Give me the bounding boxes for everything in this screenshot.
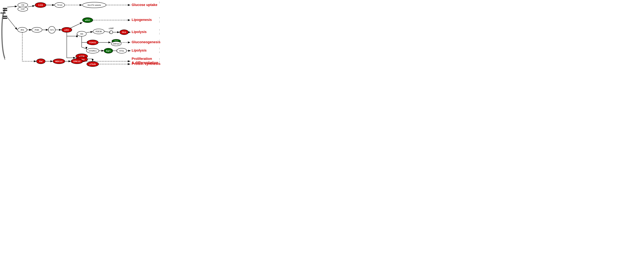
svg-text:FOXO1: FOXO1: [89, 41, 96, 44]
svg-text:Cbl: Cbl: [21, 4, 24, 6]
lipolysis1-label: Lipolysis: [132, 30, 146, 34]
INSR-label: INSR: [0, 12, 6, 14]
svg-text:p70s6k: p70s6k: [90, 63, 96, 65]
arrow-irs-raf: [22, 32, 36, 61]
svg-text:MEK1/2: MEK1/2: [55, 60, 63, 62]
arrow-akt-mtorc1: [82, 36, 86, 50]
cbl-cap-node: Cbl CAP: [18, 3, 28, 11]
mek12-node: MEK1/2: [53, 59, 65, 64]
glucose-arrow-icon: ↑: [159, 1, 160, 4]
raf-node: Raf: [36, 59, 45, 64]
svg-text:PI3K: PI3K: [35, 29, 39, 31]
foxo1-node: FOXO1: [87, 40, 98, 45]
svg-text:aPKC: aPKC: [85, 19, 90, 21]
camp-label: cAMP: [109, 27, 114, 30]
svg-rect-4: [3, 16, 7, 17]
apkc-node: aPKC: [82, 18, 93, 22]
lipogenesis-arrow-icon: ↑: [159, 16, 160, 20]
pka-node: PKA: [120, 30, 128, 35]
erk12-node: ERK1/2: [71, 59, 83, 64]
gluconeogenesis-arrow-icon: ↓: [159, 38, 160, 42]
pip3-node: PIP3: [48, 26, 55, 33]
pathway-diagram: INSR Cbl CAP CrKII TC10 GLUT4 vesicle IR…: [0, 0, 161, 68]
gluconeogenesis-label: Gluconeogenesis: [132, 40, 160, 44]
lipolysis2-label: Lipolysis: [132, 48, 146, 52]
tc10-node: TC10: [55, 2, 65, 8]
svg-text:ERK1/2: ERK1/2: [73, 60, 80, 62]
svg-text:Egr1: Egr1: [106, 50, 111, 52]
arrow-insr-cbl: [7, 6, 17, 7]
svg-text:G6Pase: G6Pase: [113, 43, 120, 45]
svg-text:IRS: IRS: [20, 29, 24, 31]
arrow-pdk1-akt: [67, 32, 77, 36]
akt-node: Akt: [77, 31, 86, 36]
glucose-uptake-label: Glucose uptake: [132, 3, 158, 7]
lipogenesis-label: Lipogenesis: [132, 18, 152, 22]
arrow-pdk1-apkc: [70, 22, 82, 28]
arrow-pde3b-camp: [104, 32, 110, 32]
camp-circle: [110, 31, 113, 34]
lipolysis2-arrow2-icon: ↓: [159, 50, 160, 54]
svg-text:Raf: Raf: [39, 60, 43, 62]
svg-text:PEPCK: PEPCK: [114, 40, 118, 41]
crkii-node: CrKII: [35, 2, 46, 8]
irs-node: IRS: [18, 27, 27, 32]
atgl-node: ATGL: [117, 48, 127, 53]
mtorc1-node: mTORC1: [86, 48, 99, 53]
egr1-node: Egr1: [104, 48, 113, 53]
svg-rect-3: [3, 10, 7, 11]
svg-text:CrKII: CrKII: [38, 4, 43, 6]
svg-text:TC10: TC10: [57, 4, 62, 6]
svg-text:GLUT4 vesicle: GLUT4 vesicle: [88, 4, 101, 6]
svg-text:pdk1: pdk1: [64, 29, 69, 31]
pde3b-node: PDE3B: [93, 29, 104, 34]
p70s6k-node: p70s6k: [87, 62, 99, 66]
arrow-akt-pde3b: [86, 32, 93, 32]
pi3k-node: PI3K: [32, 27, 42, 32]
g6pase-node: G6Pase: [111, 42, 121, 46]
svg-text:PDE3B: PDE3B: [96, 30, 102, 33]
glut4-node: GLUT4 vesicle: [82, 2, 106, 8]
proliferation-label2: & differentiation: [132, 61, 158, 64]
arrow-insr-irs: [7, 17, 17, 30]
arrow-cbl-crkii: [28, 6, 35, 7]
lipolysis1-arrow2-icon: ↓: [159, 32, 160, 35]
svg-rect-5: [3, 18, 7, 19]
svg-text:PIP3: PIP3: [50, 29, 54, 31]
svg-text:PKA: PKA: [122, 31, 126, 34]
INSR-node: INSR: [0, 8, 7, 60]
svg-rect-2: [3, 8, 7, 9]
svg-text:Akt: Akt: [80, 33, 83, 35]
arrow-akt-foxo1: [82, 36, 87, 42]
lipolysis1-arrow-icon: ↑: [159, 28, 160, 32]
proliferation-arrow-icon: ↑: [159, 57, 160, 61]
proliferation-label1: Proliferation: [132, 57, 152, 61]
lipolysis2-arrow-icon: ↑: [159, 47, 160, 50]
svg-text:CAP: CAP: [21, 8, 25, 10]
lipogenesis-arrow2-icon: ↓: [159, 20, 160, 23]
svg-text:ATGL: ATGL: [119, 50, 124, 52]
svg-text:mTORC1: mTORC1: [89, 50, 97, 52]
